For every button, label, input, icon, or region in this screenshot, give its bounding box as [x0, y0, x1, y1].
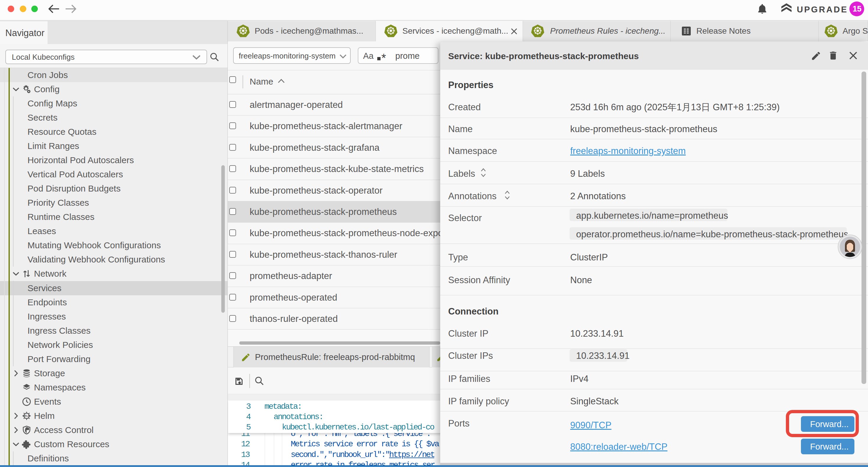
svg-text:HELM: HELM: [23, 414, 30, 417]
